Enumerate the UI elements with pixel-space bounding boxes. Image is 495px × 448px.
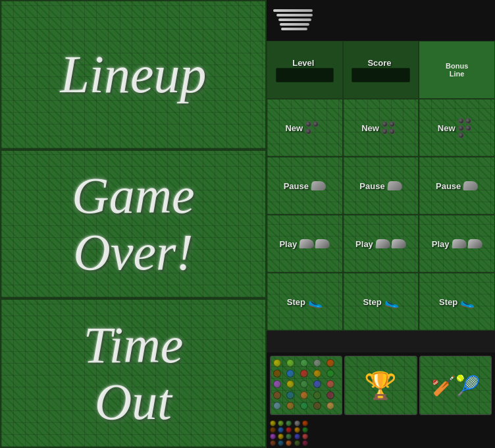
new-button-2[interactable]: New xyxy=(343,99,419,157)
top-bar xyxy=(267,0,495,40)
step-icon-2: 🥿 xyxy=(384,294,399,309)
small-ball xyxy=(270,434,276,439)
preview-ball xyxy=(300,359,308,367)
preview-ball xyxy=(313,380,321,388)
pause-icon-1 xyxy=(311,181,326,190)
new-button-3[interactable]: New xyxy=(419,99,495,157)
ball-cluster-1 xyxy=(305,121,324,134)
gameover-text2: Over! xyxy=(72,224,194,281)
trophy-icon: 🏆 xyxy=(345,356,416,414)
ball-cluster-2 xyxy=(382,121,400,134)
play-button-2[interactable]: Play xyxy=(343,215,419,273)
ball xyxy=(382,128,388,134)
ball xyxy=(305,121,311,127)
small-ball xyxy=(270,440,276,446)
bonus-cell: BonusLine xyxy=(419,41,495,99)
pause-button-2[interactable]: Pause xyxy=(343,157,419,215)
step-icon-3: 🥿 xyxy=(460,294,475,309)
gameover-text1: Game xyxy=(72,167,194,224)
preview-ball xyxy=(313,402,321,410)
controls-grid: Level Score BonusLine New xyxy=(267,40,495,352)
sports-icon: 🏏🎾 xyxy=(420,356,491,414)
preview-ball xyxy=(286,391,294,399)
preview-ball xyxy=(326,391,334,399)
shoe xyxy=(315,239,330,248)
score-bar xyxy=(352,68,409,82)
small-ball xyxy=(294,420,300,426)
shoe xyxy=(387,181,402,190)
small-ball xyxy=(286,427,292,433)
shoe xyxy=(452,239,467,248)
ball xyxy=(313,121,319,127)
pause-button-3[interactable]: Pause xyxy=(419,157,495,215)
left-panel: Lineup Game Over! Time Out xyxy=(0,0,267,448)
small-ball xyxy=(278,427,284,433)
shoe xyxy=(375,239,390,248)
step-button-1[interactable]: Step 🥿 xyxy=(267,273,343,331)
sports-preview: 🏏🎾 xyxy=(419,356,492,415)
preview-ball xyxy=(286,359,294,367)
small-ball xyxy=(302,427,308,433)
preview-ball xyxy=(313,359,321,367)
main-container: Lineup Game Over! Time Out xyxy=(0,0,495,448)
ball-grid-preview xyxy=(270,356,342,415)
preview-ball xyxy=(313,370,321,378)
small-ball xyxy=(302,434,308,439)
preview-ball xyxy=(326,370,334,378)
preview-ball xyxy=(300,391,308,399)
small-ball xyxy=(278,434,284,439)
preview-ball xyxy=(286,370,294,378)
preview-ball xyxy=(286,402,294,410)
shoe xyxy=(463,181,479,190)
ball xyxy=(382,121,388,127)
level-cell: Level xyxy=(267,41,343,99)
shoe xyxy=(300,239,315,248)
play-icon-1 xyxy=(300,239,330,248)
score-label: Score xyxy=(367,58,391,68)
small-ball xyxy=(294,434,300,439)
level-bar xyxy=(276,68,334,82)
preview-ball xyxy=(273,370,281,378)
timeout-section: Time Out xyxy=(0,298,267,448)
preview-ball xyxy=(326,402,334,410)
preview-ball xyxy=(273,402,281,410)
ball xyxy=(465,118,471,124)
play-button-3[interactable]: Play xyxy=(419,215,495,273)
ball xyxy=(465,125,471,131)
ball xyxy=(458,125,464,131)
small-ball xyxy=(286,440,292,446)
ball xyxy=(458,118,464,124)
small-ball xyxy=(270,420,276,426)
small-ball xyxy=(302,440,308,446)
pause-icon-3 xyxy=(463,181,478,190)
preview-ball xyxy=(273,380,281,388)
small-ball xyxy=(270,427,276,433)
preview-ball xyxy=(300,380,308,388)
small-ball xyxy=(278,420,284,426)
ball xyxy=(305,128,311,134)
score-cell: Score xyxy=(343,41,419,99)
ball-cluster-3 xyxy=(458,118,477,138)
bonus-label: BonusLine xyxy=(446,62,468,78)
small-ball xyxy=(286,420,292,426)
bottom-images: 🏆 🏏🎾 xyxy=(267,352,495,418)
small-ball xyxy=(294,427,300,433)
small-ball xyxy=(294,440,300,446)
gameover-section: Game Over! xyxy=(0,150,267,299)
step-button-3[interactable]: Step 🥿 xyxy=(419,273,495,331)
shoe xyxy=(311,181,326,190)
trophy-preview: 🏆 xyxy=(344,356,417,415)
lineup-text: Lineup xyxy=(60,45,206,103)
small-ball xyxy=(302,420,308,426)
pause-icon-2 xyxy=(388,181,402,190)
lineup-section: Lineup xyxy=(0,0,267,150)
new-button-1[interactable]: New xyxy=(267,99,343,157)
shoe xyxy=(467,239,482,248)
play-button-1[interactable]: Play xyxy=(267,215,343,273)
pause-button-1[interactable]: Pause xyxy=(267,157,343,215)
ball xyxy=(389,121,395,127)
step-button-2[interactable]: Step 🥿 xyxy=(343,273,419,331)
ball xyxy=(458,132,464,138)
small-ball xyxy=(278,440,284,446)
preview-ball xyxy=(286,380,294,388)
